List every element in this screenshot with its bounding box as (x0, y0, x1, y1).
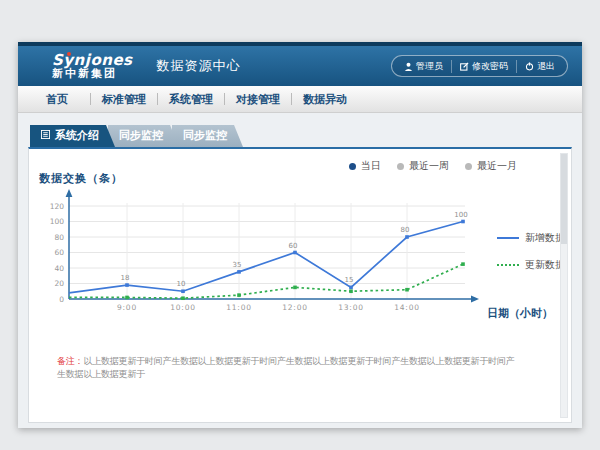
company-name: 新中新集团 (52, 68, 133, 80)
chart-legend: 新增数据 更新数据 (497, 231, 565, 272)
x-tick-label: 11:00 (226, 303, 252, 312)
change-password-label: 修改密码 (472, 60, 508, 73)
line-chart: 0204060801001209:0010:0011:0012:0013:001… (41, 189, 481, 317)
content-area: 系统介绍 同步监控 同步监控 当日 最近一周 (18, 113, 582, 423)
data-point (181, 296, 185, 300)
x-axis-arrow-icon (471, 296, 479, 303)
y-tick-label: 80 (54, 233, 64, 242)
tab-bar: 系统介绍 同步监控 同步监控 (30, 125, 582, 147)
y-tick-label: 100 (50, 217, 65, 226)
app-window: Synjones 新中新集团 数据资源中心 管理员 修改密码 (18, 42, 582, 428)
data-point (125, 296, 129, 300)
user-menu-admin-label: 管理员 (416, 60, 443, 73)
data-point (181, 289, 185, 293)
nav-item-home[interactable]: 首页 (24, 92, 90, 107)
brand-accent-dot (67, 52, 71, 56)
main-nav: 首页 标准管理 系统管理 对接管理 数据异动 (18, 86, 582, 113)
data-point (349, 286, 353, 290)
scrollbar-thumb[interactable] (561, 154, 567, 244)
app-title: 数据资源中心 (157, 57, 241, 75)
data-point (125, 283, 129, 287)
x-tick-label: 9:00 (117, 303, 137, 312)
nav-item-standards[interactable]: 标准管理 (91, 92, 157, 107)
x-tick-label: 10:00 (170, 303, 196, 312)
panel-scrollbar[interactable] (560, 153, 568, 418)
footnote: 备注：以上数据更新于时间产生数据以上数据更新于时间产生数据以上数据更新于时间产生… (57, 355, 515, 381)
legend-updated-data-label: 更新数据 (525, 258, 565, 272)
x-tick-label: 14:00 (394, 303, 420, 312)
user-menu-admin[interactable]: 管理员 (396, 60, 451, 73)
y-tick-label: 20 (54, 279, 64, 288)
y-axis-arrow-icon (66, 189, 73, 197)
data-point (237, 293, 241, 297)
filter-last-week[interactable]: 最近一周 (397, 159, 449, 173)
chart-panel: 当日 最近一周 最近一月 数据交换（条） 0204060801001209:00… (28, 147, 572, 423)
y-tick-label: 0 (59, 295, 64, 304)
filter-today-label: 当日 (361, 159, 381, 173)
tab-system-intro-label: 系统介绍 (55, 125, 99, 147)
tab-sync-monitor-1[interactable]: 同步监控 (108, 125, 179, 147)
nav-item-data-changes[interactable]: 数据异动 (292, 92, 358, 107)
data-point-label: 18 (121, 274, 130, 282)
logout-label: 退出 (537, 60, 555, 73)
radio-selected-icon (349, 163, 356, 170)
y-tick-label: 40 (54, 264, 64, 273)
data-point-label: 80 (401, 226, 410, 234)
data-point (293, 251, 297, 255)
footnote-text: 以上数据更新于时间产生数据以上数据更新于时间产生数据以上数据更新于时间产生数据以… (57, 356, 515, 379)
document-icon (41, 125, 50, 147)
data-point-label: 100 (454, 211, 467, 219)
tab-sync-monitor-1-label: 同步监控 (119, 129, 163, 142)
x-tick-label: 12:00 (282, 303, 308, 312)
brand-name: Synjones (52, 52, 133, 69)
tab-sync-monitor-2[interactable]: 同步监控 (172, 125, 243, 147)
data-point (461, 220, 465, 224)
filter-last-week-label: 最近一周 (409, 159, 449, 173)
title-bar: Synjones 新中新集团 数据资源中心 管理员 修改密码 (18, 42, 582, 86)
data-point-label: 60 (289, 242, 298, 250)
filter-last-month[interactable]: 最近一月 (465, 159, 517, 173)
tab-sync-monitor-2-label: 同步监控 (183, 129, 227, 142)
legend-new-data-label: 新增数据 (525, 231, 565, 245)
edit-icon (460, 62, 469, 71)
change-password-button[interactable]: 修改密码 (451, 60, 516, 73)
footnote-label: 备注： (57, 356, 83, 366)
brand-logo: Synjones 新中新集团 (52, 52, 133, 81)
y-tick-label: 60 (54, 248, 64, 257)
data-point (349, 289, 353, 293)
y-axis-title: 数据交换（条） (39, 171, 123, 186)
data-point (461, 262, 465, 266)
nav-item-integration[interactable]: 对接管理 (225, 92, 291, 107)
data-point (237, 270, 241, 274)
tab-system-intro[interactable]: 系统介绍 (30, 125, 115, 147)
data-point-label: 10 (177, 280, 186, 288)
data-point-label: 35 (233, 261, 242, 269)
logout-button[interactable]: 退出 (516, 60, 563, 73)
data-point (293, 286, 297, 290)
data-point (405, 235, 409, 239)
legend-item-new-data[interactable]: 新增数据 (497, 231, 565, 245)
data-point (405, 288, 409, 292)
user-icon (404, 62, 413, 71)
solid-line-swatch-icon (497, 237, 519, 239)
x-tick-label: 13:00 (338, 303, 364, 312)
data-point-label: 15 (345, 276, 354, 284)
legend-item-updated-data[interactable]: 更新数据 (497, 258, 565, 272)
power-icon (525, 62, 534, 71)
y-tick-label: 120 (50, 202, 65, 211)
time-range-filters: 当日 最近一周 最近一月 (349, 159, 517, 173)
user-menu: 管理员 修改密码 退出 (391, 55, 568, 77)
filter-today[interactable]: 当日 (349, 159, 381, 173)
radio-unselected-icon (397, 163, 404, 170)
filter-last-month-label: 最近一月 (477, 159, 517, 173)
x-axis-title: 日期（小时） (487, 306, 553, 321)
radio-unselected-icon (465, 163, 472, 170)
dotted-line-swatch-icon (497, 264, 519, 266)
nav-item-system[interactable]: 系统管理 (158, 92, 224, 107)
